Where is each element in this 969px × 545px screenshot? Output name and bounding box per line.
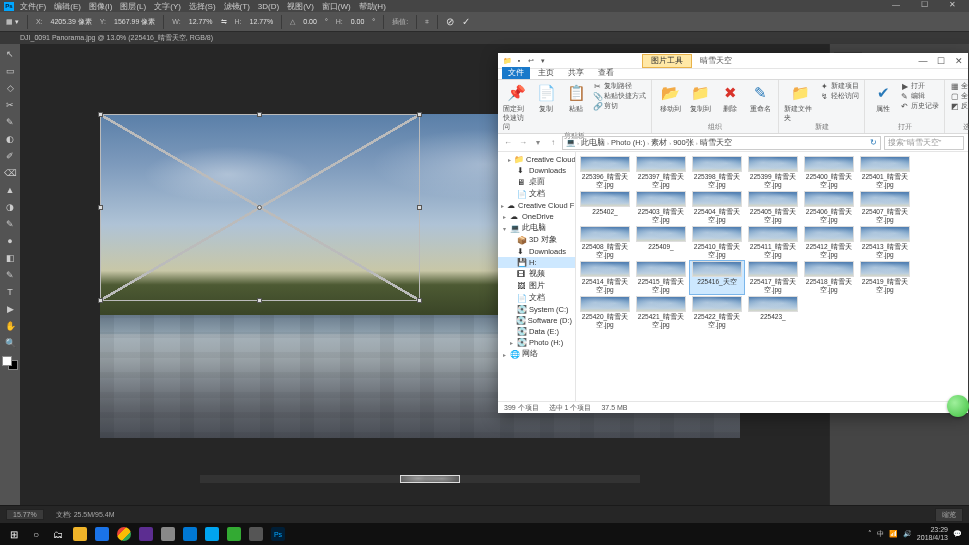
- new-folder-button[interactable]: 📁新建文件夹: [784, 82, 816, 123]
- nav-item[interactable]: ▾💻此电脑: [498, 222, 575, 234]
- move-tool-icon[interactable]: ↖: [2, 46, 18, 62]
- crop-tool-icon[interactable]: ✂: [2, 97, 18, 113]
- menu-help[interactable]: 帮助(H): [359, 1, 386, 12]
- file-item[interactable]: 225421_晴雪天空.jpg: [634, 296, 688, 329]
- file-item[interactable]: 225406_晴雪天空.jpg: [802, 191, 856, 224]
- app2-task-icon[interactable]: [157, 525, 179, 543]
- navigation-tree[interactable]: ▸📁Creative Cloud F⬇Downloads🖥桌面📄文档▸☁Crea…: [498, 152, 576, 401]
- expand-icon[interactable]: ▸: [508, 339, 514, 346]
- type-tool-icon[interactable]: T: [2, 284, 18, 300]
- chrome-task-icon[interactable]: [113, 525, 135, 543]
- cortana-icon[interactable]: ○: [25, 525, 47, 543]
- nav-item[interactable]: 🖥桌面: [498, 176, 575, 188]
- transform-handle-mr[interactable]: [417, 205, 422, 210]
- mail-task-icon[interactable]: [179, 525, 201, 543]
- nav-item[interactable]: ▸☁OneDrive: [498, 211, 575, 222]
- transform-handle-br[interactable]: [417, 298, 422, 303]
- file-item[interactable]: 225414_晴雪天空.jpg: [578, 261, 632, 294]
- assistant-bubble-icon[interactable]: [947, 395, 969, 417]
- picture-tools-tab[interactable]: 图片工具: [642, 54, 692, 68]
- color-swatch[interactable]: [2, 356, 18, 370]
- expand-icon[interactable]: ▾: [501, 225, 507, 232]
- nav-item[interactable]: 🖼图片: [498, 280, 575, 292]
- gradient-tool-icon[interactable]: ✎: [2, 216, 18, 232]
- paste-shortcut-button[interactable]: 📎粘贴快捷方式: [593, 92, 646, 101]
- move-to-button[interactable]: 📂移动到: [657, 82, 683, 114]
- new-item-button[interactable]: ✦新建项目: [820, 82, 859, 91]
- select-none-button[interactable]: ▢全部取消: [950, 92, 969, 101]
- zoom-level[interactable]: 15.77%: [6, 509, 44, 520]
- link-icon[interactable]: ⇋: [221, 18, 227, 26]
- qat-save-icon[interactable]: ▪: [514, 56, 524, 66]
- blur-tool-icon[interactable]: ●: [2, 233, 18, 249]
- nav-item[interactable]: 💾H:: [498, 257, 575, 268]
- nav-item[interactable]: ▸🌐网络: [498, 348, 575, 360]
- expand-icon[interactable]: ▸: [501, 213, 507, 220]
- brush-tool-icon[interactable]: ✐: [2, 148, 18, 164]
- explorer-maximize-icon[interactable]: ☐: [932, 56, 950, 66]
- file-item[interactable]: 225413_晴雪天空.jpg: [858, 226, 912, 259]
- menu-view[interactable]: 视图(V): [287, 1, 314, 12]
- opt-x-value[interactable]: 4205.39 像素: [51, 17, 92, 27]
- ps-document-tab[interactable]: DJI_0091 Panorama.jpg @ 13.0% (225416_晴雪…: [0, 32, 969, 44]
- copy-to-button[interactable]: 📁复制到: [687, 82, 713, 114]
- nav-item[interactable]: ▸💽Photo (H:): [498, 337, 575, 348]
- fg-color-icon[interactable]: [2, 356, 12, 366]
- rename-button[interactable]: ✎重命名: [747, 82, 773, 114]
- nav-recent-icon[interactable]: ▾: [532, 137, 544, 149]
- menu-window[interactable]: 窗口(W): [322, 1, 351, 12]
- nav-item[interactable]: 💽Data (E:): [498, 326, 575, 337]
- menu-file[interactable]: 文件(F): [20, 1, 46, 12]
- pin-quick-access-button[interactable]: 📌 固定到快速访问: [503, 82, 529, 132]
- file-item[interactable]: 225411_晴雪天空.jpg: [746, 226, 800, 259]
- file-item[interactable]: 225405_晴雪天空.jpg: [746, 191, 800, 224]
- file-item[interactable]: 225401_晴雪天空.jpg: [858, 156, 912, 189]
- search-input[interactable]: 搜索"晴雪天空": [884, 136, 964, 150]
- commit-transform-icon[interactable]: ✓: [462, 16, 470, 27]
- invert-selection-button[interactable]: ◩反向选择: [950, 102, 969, 111]
- utility-task-icon[interactable]: [223, 525, 245, 543]
- file-item[interactable]: 225422_晴雪天空.jpg: [690, 296, 744, 329]
- file-item[interactable]: 225408_晴雪天空.jpg: [578, 226, 632, 259]
- ribbon-tab-share[interactable]: 共享: [562, 67, 590, 79]
- eyedropper-tool-icon[interactable]: ✎: [2, 114, 18, 130]
- delete-button[interactable]: ✖删除: [717, 82, 743, 114]
- edge-task-icon[interactable]: [91, 525, 113, 543]
- expand-icon[interactable]: ▸: [501, 351, 507, 358]
- heal-tool-icon[interactable]: ◐: [2, 131, 18, 147]
- photoshop-task-icon[interactable]: Ps: [267, 525, 289, 543]
- file-item[interactable]: 225416_天空: [690, 261, 744, 294]
- stamp-tool-icon[interactable]: ⌫: [2, 165, 18, 181]
- file-item[interactable]: 225417_晴雪天空.jpg: [746, 261, 800, 294]
- file-item[interactable]: 225398_晴雪天空.jpg: [690, 156, 744, 189]
- easy-access-button[interactable]: ↯轻松访问: [820, 92, 859, 101]
- breadcrumb[interactable]: 💻› 此电脑› Photo (H:)› 素材› 900张› 晴雪天空 ↻: [562, 136, 881, 150]
- ribbon-tab-home[interactable]: 主页: [532, 67, 560, 79]
- file-item[interactable]: 225402_: [578, 191, 632, 224]
- qat-undo-icon[interactable]: ↩: [526, 56, 536, 66]
- menu-layer[interactable]: 图层(L): [120, 1, 146, 12]
- transform-handle-tr[interactable]: [417, 112, 422, 117]
- horizontal-scrollbar[interactable]: [200, 475, 640, 483]
- ime-indicator[interactable]: 中: [877, 529, 884, 539]
- nav-back-icon[interactable]: ←: [502, 137, 514, 149]
- file-item[interactable]: 225412_晴雪天空.jpg: [802, 226, 856, 259]
- nav-item[interactable]: ⬇Downloads: [498, 246, 575, 257]
- file-item[interactable]: 225396_晴雪天空.jpg: [578, 156, 632, 189]
- ps-minimize-icon[interactable]: —: [889, 0, 903, 9]
- expand-icon[interactable]: ▸: [508, 156, 511, 163]
- file-item[interactable]: 225419_晴雪天空.jpg: [858, 261, 912, 294]
- file-item[interactable]: 225399_晴雪天空.jpg: [746, 156, 800, 189]
- clock[interactable]: 23:29 2018/4/13: [917, 526, 948, 542]
- refresh-icon[interactable]: ↻: [870, 138, 877, 147]
- history-brush-icon[interactable]: ▲: [2, 182, 18, 198]
- crop-tool-icon[interactable]: ▦ ▾: [6, 18, 19, 26]
- menu-select[interactable]: 选择(S): [189, 1, 216, 12]
- file-explorer-window[interactable]: 📁 ▪ ↩ ▾ 图片工具 晴雪天空 — ☐ ✕ 文件 主页 共享 查看 📌 固定…: [498, 53, 968, 413]
- marquee-tool-icon[interactable]: ▭: [2, 63, 18, 79]
- files-pane[interactable]: 225396_晴雪天空.jpg225397_晴雪天空.jpg225398_晴雪天…: [576, 152, 968, 401]
- file-item[interactable]: 225415_晴雪天空.jpg: [634, 261, 688, 294]
- menu-image[interactable]: 图像(I): [89, 1, 113, 12]
- nav-item[interactable]: 📄文档: [498, 188, 575, 200]
- dodge-tool-icon[interactable]: ◧: [2, 250, 18, 266]
